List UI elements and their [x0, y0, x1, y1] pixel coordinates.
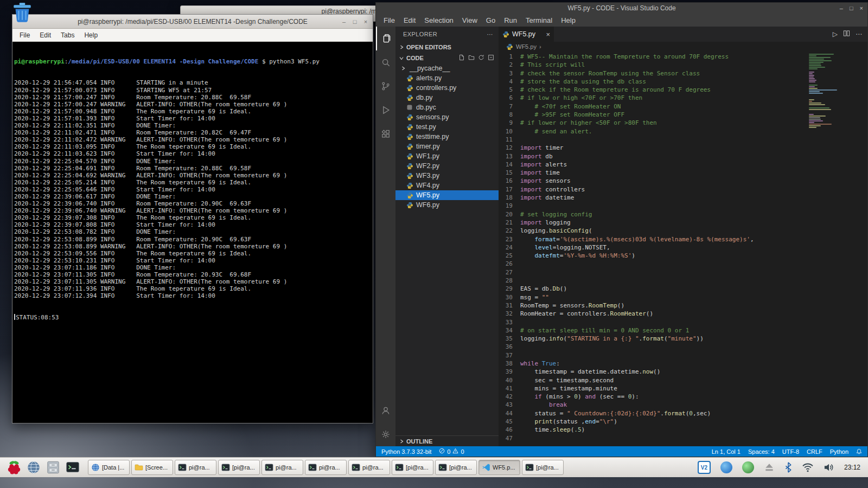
volume-icon[interactable] [824, 463, 834, 472]
terminal-menu-edit[interactable]: Edit [35, 30, 56, 41]
file-tree-item-controllers.py[interactable]: controllers.py [395, 83, 499, 93]
code-folder-label: CODE [406, 55, 424, 61]
file-tree-item-__pycache__[interactable]: __pycache__ [395, 63, 499, 73]
vscode-menu-run[interactable]: Run [500, 15, 521, 25]
taskbar-button[interactable]: pi@ra... [261, 460, 303, 475]
more-actions-icon[interactable]: ⋯ [487, 31, 493, 38]
minimap[interactable] [809, 54, 846, 130]
taskbar-button[interactable]: pi@ra... [175, 460, 216, 475]
prompt-path: /media/pi/ESD-USB/00 ELEMENT14 -Design C… [68, 58, 258, 65]
status-bar-right: Ln 1, Col 1 Spaces: 4 UTF-8 CRLF Python [712, 448, 862, 455]
explorer-icon[interactable] [376, 27, 395, 50]
terminal-titlebar[interactable]: pi@raspberrypi: /media/pi/ESD-USB/00 ELE… [12, 15, 373, 29]
file-tree-item-timer.py[interactable]: timer.py [395, 142, 499, 151]
taskbar-button[interactable]: pi@ra... [305, 460, 347, 475]
interpreter-status[interactable]: Python 3.7.3 32-bit [381, 448, 431, 455]
vscode-menu-terminal[interactable]: Terminal [521, 15, 557, 25]
encoding-status[interactable]: UTF-8 [782, 448, 799, 455]
file-tree-item-WF3.py[interactable]: WF3.py [395, 171, 499, 181]
run-file-icon[interactable]: ▷ [833, 30, 838, 38]
code-section[interactable]: CODE [395, 53, 499, 63]
clock[interactable]: 23:12 [844, 464, 860, 471]
terminal-output[interactable]: pi@raspberrypi:/media/pi/ESD-USB/00 ELEM… [12, 42, 373, 423]
source-control-icon[interactable] [376, 74, 395, 98]
web-browser-icon[interactable] [24, 459, 43, 476]
vscode-menu-file[interactable]: File [379, 15, 399, 25]
status-green-icon[interactable] [742, 461, 754, 473]
file-tree-item-sensors.py[interactable]: sensors.py [395, 112, 499, 122]
wastebasket-icon[interactable] [11, 1, 34, 24]
code-line: 15import time [499, 169, 808, 177]
vnc-icon[interactable]: V2 [698, 461, 711, 474]
taskbar-button[interactable]: [pi@ra... [522, 460, 564, 475]
vscode-menu-edit[interactable]: Edit [399, 15, 420, 25]
terminal-launcher-icon[interactable] [63, 459, 82, 476]
status-bar: Python 3.7.3 32-bit 0 0 Ln 1, Col 1 Spac… [376, 446, 867, 457]
eol-status[interactable]: CRLF [807, 448, 822, 455]
file-tree-item-WF6.py[interactable]: WF6.py [395, 200, 499, 210]
notifications-bell-icon[interactable] [856, 448, 862, 454]
minimap-line [809, 119, 821, 120]
close-tab-icon[interactable]: × [546, 30, 550, 38]
taskbar-button[interactable]: WF5.p... [478, 460, 520, 475]
terminal-menu-help[interactable]: Help [79, 30, 103, 41]
language-status[interactable]: Python [830, 448, 848, 455]
file-tree-item-db.pyc[interactable]: db.pyc [395, 102, 499, 112]
file-manager-icon[interactable] [43, 459, 63, 476]
file-tree-item-WF5.py[interactable]: WF5.py [395, 190, 499, 200]
taskbar-button[interactable]: [Data |... [88, 460, 130, 475]
close-icon[interactable]: × [362, 18, 369, 25]
minimize-icon[interactable]: – [840, 5, 843, 11]
cursor-position[interactable]: Ln 1, Col 1 [712, 448, 741, 455]
taskbar-button[interactable]: [pi@ra... [218, 460, 260, 475]
file-tree-item-WF4.py[interactable]: WF4.py [395, 181, 499, 190]
file-tree-item-alerts.py[interactable]: alerts.py [395, 73, 499, 83]
outline-section[interactable]: OUTLINE [395, 435, 499, 446]
taskbar-button[interactable]: [pi@ra... [435, 460, 477, 475]
bluetooth-icon[interactable] [784, 462, 792, 473]
search-icon[interactable] [376, 50, 395, 74]
file-tree-item-WF1.py[interactable]: WF1.py [395, 151, 499, 161]
run-debug-icon[interactable] [376, 98, 395, 122]
extensions-icon[interactable] [376, 122, 395, 146]
chromium-icon[interactable] [720, 461, 732, 473]
code-line: 34# on start sleep till min = 0 AND seco… [499, 326, 808, 335]
split-editor-icon[interactable] [843, 30, 850, 38]
line-number: 11 [499, 136, 520, 144]
code-editor[interactable]: 1# WF5-- Maintain the room Tempreture to… [499, 52, 867, 446]
maximize-icon[interactable]: □ [850, 5, 853, 11]
terminal-menu-file[interactable]: File [15, 30, 35, 41]
eject-icon[interactable] [764, 462, 775, 473]
taskbar-button[interactable]: pi@ra... [348, 460, 390, 475]
file-tree-item-testtime.py[interactable]: testtime.py [395, 132, 499, 142]
problems-status[interactable]: 0 0 [439, 448, 464, 455]
indentation-status[interactable]: Spaces: 4 [748, 448, 775, 455]
open-editors-section[interactable]: OPEN EDITORS [395, 42, 499, 53]
minimap-line [809, 115, 826, 117]
file-tree-item-db.py[interactable]: db.py [395, 93, 499, 102]
wifi-icon[interactable] [802, 463, 814, 472]
vscode-menu-view[interactable]: View [458, 15, 482, 25]
close-icon[interactable]: × [860, 5, 863, 11]
account-icon[interactable] [376, 399, 395, 422]
raspberry-menu-icon[interactable] [4, 459, 24, 476]
file-tree-item-test.py[interactable]: test.py [395, 122, 499, 132]
file-tree-item-WF2.py[interactable]: WF2.py [395, 161, 499, 171]
more-actions-icon[interactable]: ⋯ [856, 30, 862, 38]
vscode-menu-selection[interactable]: Selection [420, 15, 457, 25]
refresh-icon[interactable] [478, 54, 484, 62]
tab-wf5[interactable]: WF5.py × [499, 27, 554, 42]
collapse-all-icon[interactable] [488, 54, 494, 62]
settings-gear-icon[interactable] [376, 422, 395, 446]
new-folder-icon[interactable] [468, 54, 475, 62]
new-file-icon[interactable] [458, 54, 465, 62]
vscode-menu-go[interactable]: Go [482, 15, 500, 25]
vscode-menu-help[interactable]: Help [557, 15, 580, 25]
breadcrumb[interactable]: WF5.py › [499, 42, 867, 52]
taskbar-button[interactable]: [pi@ra... [392, 460, 433, 475]
maximize-icon[interactable]: □ [351, 18, 359, 25]
taskbar-button[interactable]: [Scree... [131, 460, 173, 475]
terminal-menu-tabs[interactable]: Tabs [56, 30, 79, 41]
minimize-icon[interactable]: – [340, 18, 348, 25]
vscode-titlebar[interactable]: WF5.py - CODE - Visual Studio Code – □ × [376, 3, 867, 14]
